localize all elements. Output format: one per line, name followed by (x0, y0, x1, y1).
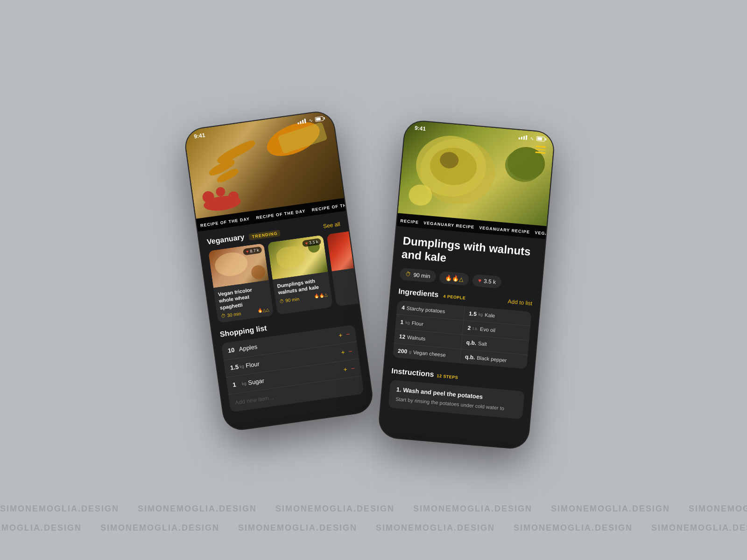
ingredients-section: Ingredients 4 PEOPLE Add to list 4 Starc… (385, 285, 540, 375)
veganuary-title: Veganuary (206, 233, 245, 246)
recipe-card-pasta[interactable] (326, 231, 359, 307)
recipe-main-title: Dumplings with walnuts and kale (401, 234, 537, 273)
pasta-image (326, 231, 359, 272)
ingredients-title: Ingredients (398, 287, 439, 298)
instructions-title: Instructions (391, 366, 435, 378)
people-badge: 4 PEOPLE (443, 294, 466, 300)
status-time-right: 9:41 (414, 125, 426, 132)
increase-apples-button[interactable]: + (338, 331, 343, 339)
see-all-button[interactable]: See all (323, 221, 340, 230)
add-to-list-button[interactable]: Add to list (507, 298, 533, 307)
increase-sugar-button[interactable]: + (343, 365, 348, 373)
phone-right-content: Dumplings with walnuts and kale ⏱ 90 min… (379, 226, 545, 444)
increase-flour-button[interactable]: + (340, 348, 345, 356)
decrease-flour-button[interactable]: − (348, 347, 352, 355)
wifi-icon-right: ∿ (530, 135, 534, 141)
time-stat: ⏱ 90 min (400, 267, 437, 283)
heart-icon: ♥ (246, 249, 249, 254)
hamburger-menu-button[interactable] (535, 146, 546, 154)
recipe-card-spaghetti[interactable]: ♥ 8.7 k Vegan tricolor whole wheat spagh… (208, 243, 274, 323)
clock-icon: ⏱ (405, 271, 411, 278)
dumplings-time: ⏱ 90 min (279, 296, 300, 304)
shopping-list-container: 10 Apples + − 1.5 kg Flour + (221, 325, 364, 413)
status-time-left: 9:41 (193, 132, 205, 140)
status-icons-left: ∿ (297, 116, 324, 125)
spaghetti-difficulty: 🔥△△ (257, 307, 269, 313)
phone-right: 9:41 ∿ (378, 120, 555, 449)
spaghetti-title: Vegan tricolor whole wheat spaghetti (218, 284, 268, 311)
phone-left-content: Veganuary TRENDING See all ♥ (198, 211, 373, 425)
difficulty-stat: 🔥🔥△ (439, 271, 469, 286)
watermark-row-2: SIMONEMOGLIA.DESIGN SIMONEMOGLIA.DESIGN … (0, 523, 747, 533)
dumplings-difficulty: 🔥🔥△ (314, 292, 328, 299)
steps-badge: 12 STEPS (437, 373, 458, 380)
likes-stat: ♥ 3.5 k (472, 274, 502, 288)
status-icons-right: ∿ (519, 134, 545, 142)
watermark-container: SIMONEMOGLIA.DESIGN SIMONEMOGLIA.DESIGN … (0, 504, 747, 560)
battery-icon (315, 116, 324, 122)
wifi-icon: ∿ (308, 118, 312, 123)
spaghetti-time: ⏱ 30 min (221, 311, 241, 319)
trending-badge: TRENDING (249, 230, 281, 240)
signal-icon-right (519, 135, 528, 140)
phone-left: 9:41 ∿ (184, 110, 374, 431)
recipe-card-dumplings[interactable]: ♥ 3.5 k Dumplings with walnuts and kale … (268, 235, 333, 315)
heart-icon-2: ♥ (305, 241, 308, 246)
instruction-step-1: 1. Wash and peel the potatoes Start by r… (388, 379, 525, 419)
phones-container: 9:41 ∿ (205, 121, 542, 439)
fire-icon: 🔥🔥△ (445, 274, 464, 282)
battery-icon-right (536, 136, 545, 142)
decrease-sugar-button[interactable]: − (351, 364, 355, 372)
ingredients-grid: 4 Starchy potatoes 1.5 kg Kale 1 (393, 300, 532, 369)
watermark-row-1: SIMONEMOGLIA.DESIGN SIMONEMOGLIA.DESIGN … (0, 504, 747, 514)
decrease-apples-button[interactable]: − (345, 330, 350, 338)
heart-icon-right: ♥ (478, 277, 481, 284)
signal-icon (297, 119, 306, 124)
